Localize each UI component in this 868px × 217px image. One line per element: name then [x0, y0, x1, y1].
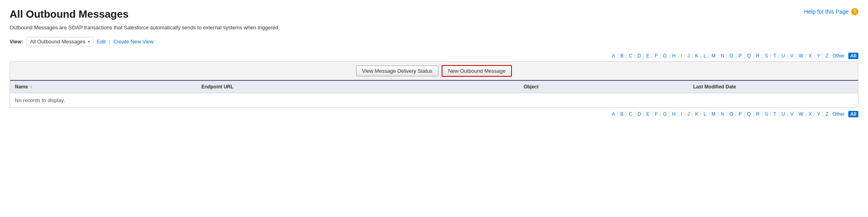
alpha-letter-e[interactable]: E: [646, 53, 650, 59]
alpha-letter-g[interactable]: G: [662, 53, 667, 59]
alpha-letter-y[interactable]: Y: [817, 53, 821, 59]
alpha-letter-t[interactable]: T: [773, 53, 776, 59]
alpha-letter-l[interactable]: L: [703, 53, 707, 59]
alpha-letter-all[interactable]: All: [848, 111, 858, 117]
alpha-separator: |: [678, 53, 679, 59]
alpha-letter-m[interactable]: M: [711, 111, 716, 117]
alpha-letter-k[interactable]: K: [695, 53, 699, 59]
alpha-separator: |: [770, 53, 771, 59]
alpha-letter-e[interactable]: E: [646, 111, 650, 117]
new-outbound-message-button[interactable]: New Outbound Message: [442, 65, 512, 77]
alpha-letter-n[interactable]: N: [720, 53, 725, 59]
alpha-letter-b[interactable]: B: [620, 111, 624, 117]
alpha-letter-f[interactable]: F: [654, 111, 658, 117]
alpha-separator: |: [717, 53, 719, 59]
alpha-separator: |: [814, 53, 815, 59]
alpha-letter-a[interactable]: A: [611, 53, 615, 59]
view-edit-link[interactable]: Edit: [97, 39, 106, 45]
alpha-separator: |: [753, 53, 754, 59]
alpha-separator: |: [726, 53, 727, 59]
alpha-letter-other[interactable]: Other: [832, 53, 845, 59]
alpha-separator: |: [669, 111, 670, 117]
alpha-separator: |: [643, 53, 644, 59]
alpha-letter-t[interactable]: T: [773, 111, 776, 117]
alpha-letter-other[interactable]: Other: [832, 111, 845, 117]
alpha-letter-u[interactable]: U: [781, 111, 786, 117]
alpha-separator: |: [787, 111, 788, 117]
alpha-letter-b[interactable]: B: [620, 53, 624, 59]
alpha-letter-c[interactable]: C: [628, 53, 633, 59]
alpha-letter-a[interactable]: A: [611, 111, 615, 117]
help-link[interactable]: Help for this Page ?: [804, 8, 858, 15]
alpha-letter-w[interactable]: W: [799, 53, 804, 59]
alpha-letter-p[interactable]: P: [738, 111, 742, 117]
alpha-letter-d[interactable]: D: [637, 53, 642, 59]
view-separator: |: [109, 39, 110, 45]
help-icon: ?: [851, 8, 858, 15]
alpha-letter-k[interactable]: K: [695, 111, 699, 117]
alpha-letter-j[interactable]: J: [687, 53, 690, 59]
view-select-dropdown[interactable]: All Outbound Messages ▾: [26, 37, 94, 46]
alpha-letter-f[interactable]: F: [654, 53, 658, 59]
alpha-letter-y[interactable]: Y: [817, 111, 821, 117]
alpha-letter-q[interactable]: Q: [747, 53, 751, 59]
alpha-separator: |: [708, 53, 709, 59]
alpha-letter-p[interactable]: P: [738, 53, 742, 59]
table-empty-row: No records to display.: [10, 93, 858, 108]
alpha-letter-s[interactable]: S: [764, 111, 768, 117]
alpha-separator: |: [726, 111, 727, 117]
alpha-letter-i[interactable]: I: [681, 53, 683, 59]
column-header-name: Name ↑: [10, 81, 197, 93]
alpha-separator: |: [692, 53, 693, 59]
alpha-separator: |: [617, 53, 618, 59]
alpha-letter-o[interactable]: O: [729, 111, 734, 117]
alpha-separator: |: [770, 111, 771, 117]
create-new-view-link[interactable]: Create New View: [114, 39, 154, 45]
alpha-letter-j[interactable]: J: [687, 111, 690, 117]
alpha-letter-u[interactable]: U: [781, 53, 786, 59]
page-header: All Outbound Messages Help for this Page…: [10, 8, 858, 20]
view-status-button[interactable]: View Message Delivery Status: [356, 66, 438, 76]
view-bar: View: All Outbound Messages ▾ Edit | Cre…: [10, 37, 858, 46]
alpha-separator: |: [795, 111, 797, 117]
alpha-letter-v[interactable]: V: [790, 53, 794, 59]
alpha-separator: |: [735, 53, 736, 59]
alpha-letter-d[interactable]: D: [637, 111, 642, 117]
alpha-separator: |: [660, 111, 661, 117]
alpha-letter-x[interactable]: X: [808, 111, 812, 117]
alpha-letter-x[interactable]: X: [808, 53, 812, 59]
alpha-letter-h[interactable]: H: [672, 111, 676, 117]
alpha-letter-m[interactable]: M: [711, 53, 716, 59]
alpha-letter-g[interactable]: G: [662, 111, 667, 117]
sort-ascending-icon: ↑: [30, 85, 32, 89]
alpha-letter-z[interactable]: Z: [825, 111, 829, 117]
alpha-separator: |: [617, 111, 618, 117]
alpha-letter-all[interactable]: All: [848, 53, 858, 59]
column-name-label: Name: [15, 84, 28, 90]
alpha-letter-w[interactable]: W: [799, 111, 804, 117]
alpha-separator: |: [700, 53, 701, 59]
view-label: View:: [10, 39, 23, 45]
alpha-letter-c[interactable]: C: [628, 111, 633, 117]
alpha-separator: |: [684, 53, 685, 59]
alpha-separator: |: [684, 111, 685, 117]
alphabet-bar-top: A|B|C|D|E|F|G|H|I|J|K|L|M|N|O|P|Q|R|S|T|…: [10, 53, 858, 59]
alpha-letter-o[interactable]: O: [729, 53, 734, 59]
alpha-letter-q[interactable]: Q: [747, 111, 751, 117]
alpha-letter-i[interactable]: I: [681, 111, 683, 117]
alpha-letter-n[interactable]: N: [720, 111, 725, 117]
alpha-letter-v[interactable]: V: [790, 111, 794, 117]
chevron-down-icon: ▾: [88, 39, 90, 44]
alpha-letter-z[interactable]: Z: [825, 53, 829, 59]
alpha-letter-h[interactable]: H: [672, 53, 676, 59]
alphabet-bar-bottom: A|B|C|D|E|F|G|H|I|J|K|L|M|N|O|P|Q|R|S|T|…: [10, 111, 858, 117]
alpha-letter-l[interactable]: L: [703, 111, 707, 117]
column-object-label: Object: [524, 84, 538, 90]
alpha-letter-s[interactable]: S: [764, 53, 768, 59]
alpha-letter-r[interactable]: R: [756, 53, 760, 59]
alpha-separator: |: [652, 111, 653, 117]
column-header-endpoint: Endpoint URL: [197, 81, 519, 93]
alpha-separator: |: [778, 111, 780, 117]
page-title: All Outbound Messages: [10, 8, 128, 20]
alpha-letter-r[interactable]: R: [756, 111, 760, 117]
